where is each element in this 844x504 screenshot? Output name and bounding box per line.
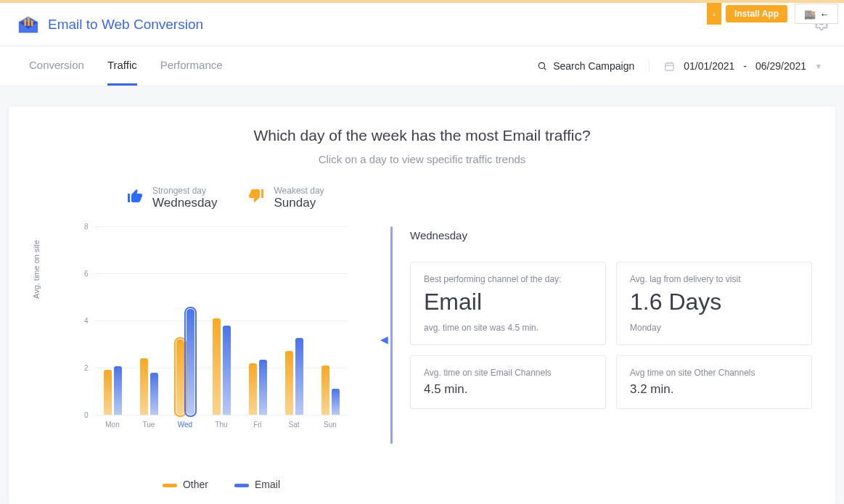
- detail-panel: Wednesday Best performing channel of the…: [410, 226, 812, 444]
- box3-value: 4.5 min.: [424, 382, 592, 397]
- search-icon: [537, 61, 547, 71]
- search-campaign[interactable]: Search Campaign: [537, 60, 650, 72]
- thumbs-up-icon: [126, 187, 144, 209]
- box1-value: Email: [424, 289, 592, 315]
- bar-chart[interactable]: 8 6 4 2 0 MonTueWedThuFriSatSun: [94, 226, 348, 415]
- xtick-wed: Wed: [171, 421, 200, 429]
- svg-rect-6: [665, 63, 673, 70]
- tab-performance[interactable]: Performance: [160, 46, 223, 86]
- box1-label: Best performing channel of the day:: [424, 274, 592, 284]
- strongest-value: Wednesday: [152, 196, 217, 210]
- xtick-sun: Sun: [316, 421, 345, 429]
- bars-container: [94, 226, 348, 415]
- brand-logo-icon: [17, 15, 39, 35]
- bar-pair-sat[interactable]: [279, 338, 308, 415]
- traffic-card: Which day of the week has the most Email…: [9, 107, 835, 504]
- workspace: Which day of the week has the most Email…: [0, 86, 844, 504]
- box4-value: 3.2 min.: [630, 382, 798, 397]
- svg-point-4: [539, 62, 545, 68]
- ytick-0: 0: [84, 411, 89, 419]
- y-axis-label: Avg. time on site: [32, 240, 41, 299]
- xtick-sat: Sat: [279, 421, 308, 429]
- svg-rect-0: [24, 19, 26, 25]
- install-app-button[interactable]: Install App: [726, 5, 787, 22]
- day-stats: Strongest day Wednesday Weakest day Sund…: [126, 186, 812, 210]
- xtick-tue: Tue: [134, 421, 163, 429]
- bar-pair-mon[interactable]: [98, 366, 127, 415]
- bar-pair-wed[interactable]: [171, 309, 200, 415]
- box-best-channel: Best performing channel of the day: Emai…: [410, 262, 606, 345]
- install-strip: › Install App 🏬←: [707, 3, 844, 25]
- xtick-fri: Fri: [243, 421, 272, 429]
- ytick-8: 8: [84, 223, 89, 231]
- legend-email: Email: [234, 479, 280, 490]
- xtick-thu: Thu: [207, 421, 236, 429]
- store-icon: 🏬: [804, 9, 816, 20]
- box1-sub: avg. time on site was 4.5 min.: [424, 323, 592, 333]
- ytick-6: 6: [84, 270, 89, 278]
- box-other-time: Avg time on site Other Channels 3.2 min.: [616, 355, 812, 409]
- metric-grid: Best performing channel of the day: Emai…: [410, 262, 812, 409]
- svg-line-5: [544, 68, 546, 70]
- svg-rect-1: [28, 17, 30, 25]
- svg-rect-2: [31, 20, 33, 26]
- card-subtext: Click on a day to view specific traffic …: [32, 153, 812, 165]
- panel-day-title: Wednesday: [410, 229, 812, 241]
- back-arrow-icon: ←: [820, 9, 829, 20]
- chevron-right-icon[interactable]: ›: [707, 3, 721, 25]
- strongest-day-block: Strongest day Wednesday: [126, 186, 217, 210]
- content-row: Avg. time on site 8 6 4 2 0 MonTueWedThu…: [32, 226, 812, 444]
- box2-sub: Monday: [630, 323, 798, 333]
- card-headline: Which day of the week has the most Email…: [32, 127, 812, 144]
- box2-value: 1.6 Days: [630, 289, 798, 315]
- calendar-icon: [664, 61, 675, 72]
- bar-pair-tue[interactable]: [134, 358, 163, 415]
- xtick-mon: Mon: [98, 421, 127, 429]
- vertical-divider: ◀: [390, 226, 393, 444]
- brand[interactable]: Email to Web Conversion: [17, 15, 203, 35]
- bar-pair-fri[interactable]: [243, 360, 272, 415]
- strongest-label: Strongest day: [152, 186, 217, 196]
- box4-label: Avg time on site Other Channels: [630, 368, 798, 378]
- tab-conversion[interactable]: Conversion: [29, 46, 84, 86]
- box-email-time: Avg. time on site Email Channels 4.5 min…: [410, 355, 606, 409]
- chart-zone: Avg. time on site 8 6 4 2 0 MonTueWedThu…: [32, 226, 373, 444]
- chevron-down-icon: ▼: [815, 62, 822, 70]
- date-to: 06/29/2021: [755, 60, 806, 72]
- legend-other: Other: [163, 479, 208, 490]
- thumbs-down-icon: [247, 187, 265, 209]
- subheader: Conversion Traffic Performance Search Ca…: [0, 46, 844, 86]
- swatch-other: [163, 484, 177, 487]
- search-placeholder: Search Campaign: [553, 60, 634, 72]
- bar-pair-sun[interactable]: [316, 365, 345, 415]
- store-toggle-button[interactable]: 🏬←: [795, 4, 838, 24]
- box-avg-lag: Avg. lag from delivery to visit 1.6 Days…: [616, 262, 812, 345]
- tools: Search Campaign 01/01/2021 - 06/29/2021 …: [537, 60, 822, 72]
- date-sep: -: [743, 60, 747, 72]
- box3-label: Avg. time on site Email Channels: [424, 368, 592, 378]
- weakest-value: Sunday: [274, 196, 324, 210]
- box2-label: Avg. lag from delivery to visit: [630, 274, 798, 284]
- ytick-2: 2: [84, 364, 89, 372]
- weakest-day-block: Weakest day Sunday: [247, 186, 324, 210]
- weakest-label: Weakest day: [274, 186, 324, 196]
- swatch-email: [234, 484, 249, 487]
- collapse-left-icon[interactable]: ◀: [380, 334, 388, 345]
- date-from: 01/01/2021: [684, 60, 734, 72]
- chart-legend: Other Email: [94, 479, 348, 490]
- brand-title: Email to Web Conversion: [48, 17, 203, 33]
- ytick-4: 4: [84, 317, 89, 325]
- xticks: MonTueWedThuFriSatSun: [94, 421, 348, 429]
- tab-traffic[interactable]: Traffic: [107, 46, 137, 86]
- date-range-picker[interactable]: 01/01/2021 - 06/29/2021 ▼: [664, 60, 822, 72]
- bar-pair-thu[interactable]: [207, 318, 236, 415]
- tabs: Conversion Traffic Performance: [29, 46, 223, 86]
